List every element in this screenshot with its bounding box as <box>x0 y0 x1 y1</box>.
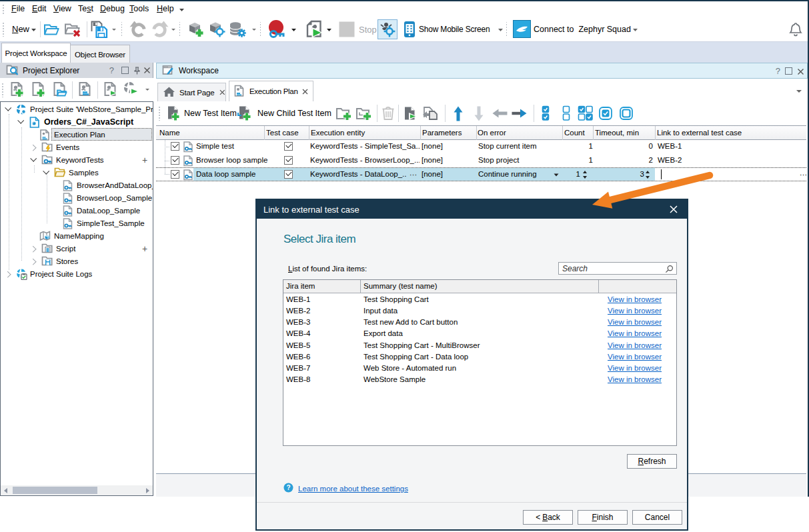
svg-text:?: ? <box>286 484 290 491</box>
